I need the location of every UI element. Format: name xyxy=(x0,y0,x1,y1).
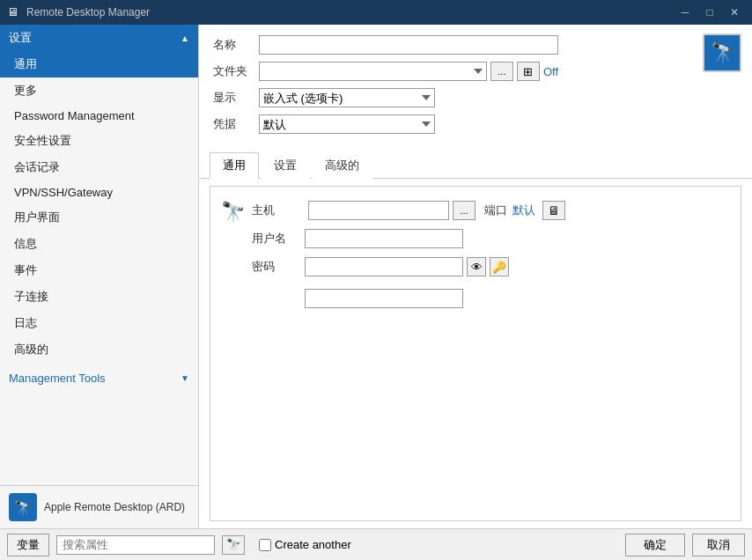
ard-icon: 🔭 xyxy=(9,493,37,521)
top-form: 🔭 名称 文件夹 ... ⊞ Off xyxy=(199,25,752,148)
folder-row: 文件夹 ... ⊞ Off xyxy=(213,62,738,81)
tabs-bar: 通用 设置 高级的 xyxy=(199,151,752,179)
folder-label: 文件夹 xyxy=(213,63,259,79)
binoculars-search-icon: 🔭 xyxy=(226,538,240,551)
titlebar: 🖥 Remote Desktop Manager ─ □ ✕ xyxy=(0,0,752,25)
username-label: 用户名 xyxy=(252,231,305,247)
sidebar-item-password[interactable]: Password Management xyxy=(0,104,198,128)
show-password-button[interactable]: 👁 xyxy=(467,257,486,276)
host-browse-button[interactable]: ... xyxy=(453,201,476,220)
chevron-up-icon: ▲ xyxy=(181,33,189,43)
password-label: 密码 xyxy=(252,259,305,275)
credential-label: 凭据 xyxy=(213,116,259,132)
cancel-button[interactable]: 取消 xyxy=(692,534,745,556)
sidebar-header-label: 设置 xyxy=(9,30,32,46)
name-label: 名称 xyxy=(213,37,259,53)
maximize-button[interactable]: □ xyxy=(699,4,720,21)
name-input[interactable] xyxy=(259,35,558,55)
ard-label: Apple Remote Desktop (ARD) xyxy=(44,501,185,513)
sidebar-item-subconn[interactable]: 子连接 xyxy=(0,284,198,310)
password-row: 密码 👁 🔑 xyxy=(252,257,730,276)
binoculars-small-icon: 🔭 xyxy=(221,201,245,224)
search-icon-button[interactable]: 🔭 xyxy=(222,535,245,555)
host-label: 主机 xyxy=(252,203,305,218)
create-another-label[interactable]: Create another xyxy=(275,538,351,551)
credential-select[interactable]: 默认 自定义 无 xyxy=(259,114,435,134)
sidebar-management-tools[interactable]: Management Tools ▼ xyxy=(0,366,198,390)
folder-select[interactable] xyxy=(259,62,487,81)
window-title: Remote Desktop Manager xyxy=(26,6,675,18)
password-input-group: 👁 🔑 xyxy=(305,257,509,276)
folder-off-link[interactable]: Off xyxy=(543,65,558,78)
main-container: 设置 ▲ 通用 更多 Password Management 安全性设置 会话记… xyxy=(0,25,752,528)
variables-button[interactable]: 变量 xyxy=(7,534,49,556)
password-input[interactable] xyxy=(305,257,463,276)
ok-button[interactable]: 确定 xyxy=(625,534,685,556)
create-another-checkbox[interactable] xyxy=(259,539,271,551)
folder-browse-button[interactable]: ... xyxy=(490,62,513,81)
sidebar-item-more[interactable]: 更多 xyxy=(0,77,198,104)
name-row: 名称 xyxy=(213,35,738,55)
content-area: 🔭 名称 文件夹 ... ⊞ Off xyxy=(199,25,752,528)
sidebar-item-info[interactable]: 信息 xyxy=(0,231,198,257)
inner-panel: 🔭 主机 ... 端口 默认 🖥 用户名 xyxy=(210,186,741,521)
create-another-wrap: Create another xyxy=(259,538,351,551)
sidebar-header[interactable]: 设置 ▲ xyxy=(0,25,198,51)
search-input[interactable] xyxy=(56,535,215,555)
sidebar: 设置 ▲ 通用 更多 Password Management 安全性设置 会话记… xyxy=(0,25,199,528)
sidebar-item-security[interactable]: 安全性设置 xyxy=(0,128,198,154)
port-default-link[interactable]: 默认 xyxy=(512,203,535,218)
tab-advanced[interactable]: 高级的 xyxy=(312,152,372,179)
username-input[interactable] xyxy=(305,229,463,248)
display-select[interactable]: 嵌入式 (选项卡) 浮动 外部 xyxy=(259,88,435,107)
tab-general[interactable]: 通用 xyxy=(210,152,259,179)
sidebar-item-general[interactable]: 通用 xyxy=(0,51,198,77)
window-controls: ─ □ ✕ xyxy=(675,4,745,21)
chevron-down-icon: ▼ xyxy=(181,373,189,383)
app-icon: 🖥 xyxy=(7,5,21,19)
sidebar-item-session[interactable]: 会话记录 xyxy=(0,154,198,181)
sidebar-item-event[interactable]: 事件 xyxy=(0,257,198,284)
sidebar-item-ui[interactable]: 用户界面 xyxy=(0,204,198,231)
sidebar-footer: 🔭 Apple Remote Desktop (ARD) xyxy=(0,485,198,528)
sidebar-item-vpn[interactable]: VPN/SSH/Gateway xyxy=(0,181,198,204)
password-confirm-input[interactable] xyxy=(305,289,463,308)
folder-extra-button[interactable]: ⊞ xyxy=(517,62,540,81)
sidebar-item-logs[interactable]: 日志 xyxy=(0,310,198,336)
sidebar-item-advanced[interactable]: 高级的 xyxy=(0,336,198,363)
username-row: 用户名 xyxy=(252,229,730,248)
host-input[interactable] xyxy=(308,201,449,220)
display-row: 显示 嵌入式 (选项卡) 浮动 外部 xyxy=(213,88,738,107)
screen-icon-button[interactable]: 🖥 xyxy=(542,201,565,220)
bottom-bar: 变量 🔭 Create another 确定 取消 xyxy=(0,528,752,560)
display-label: 显示 xyxy=(213,90,259,106)
generate-password-button[interactable]: 🔑 xyxy=(490,257,509,276)
host-row: 主机 ... 端口 默认 🖥 xyxy=(252,201,730,220)
binoculars-icon-top: 🔭 xyxy=(703,33,741,72)
port-label: 端口 xyxy=(484,203,507,218)
credential-row: 凭据 默认 自定义 无 xyxy=(213,114,738,134)
close-button[interactable]: ✕ xyxy=(724,4,745,21)
minimize-button[interactable]: ─ xyxy=(675,4,696,21)
tab-settings[interactable]: 设置 xyxy=(261,152,310,179)
